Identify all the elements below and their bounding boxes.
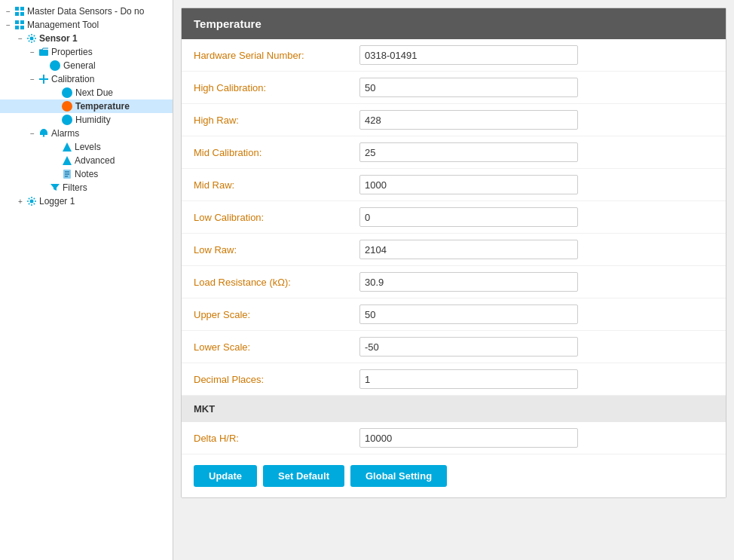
advanced-label: Advanced (75, 155, 115, 166)
input-high-raw[interactable] (359, 110, 578, 130)
cross-icon (38, 74, 49, 84)
mkt-title: MKT (194, 403, 215, 415)
label-hardware-serial: Hardware Serial Number: (194, 50, 359, 61)
label-upper-scale: Upper Scale: (194, 309, 359, 320)
svg-rect-4 (15, 20, 19, 24)
button-row: UpdateSet DefaultGlobal Setting (182, 454, 726, 497)
sidebar-item-next-due[interactable]: Next Due (0, 86, 173, 99)
expand-icon-mgmt[interactable]: − (3, 20, 14, 30)
label-decimal-places: Decimal Places: (194, 374, 359, 385)
grid-icon-mgmt (14, 20, 25, 30)
input-delta-hr[interactable] (359, 428, 578, 448)
management-tool-label: Management Tool (27, 20, 99, 30)
filters-label: Filters (63, 182, 87, 193)
input-load-resistance[interactable] (359, 272, 578, 292)
svg-rect-1 (20, 7, 24, 11)
sidebar-item-filters[interactable]: Filters (0, 181, 173, 194)
expand-icon[interactable]: − (3, 6, 14, 17)
circle-icon-humidity (62, 115, 72, 125)
levels-label: Levels (75, 142, 101, 152)
svg-rect-6 (15, 26, 19, 29)
label-low-calibration: Low Calibration: (194, 212, 359, 223)
temperature-panel: Temperature Hardware Serial Number:High … (181, 8, 726, 498)
input-mid-raw[interactable] (359, 175, 578, 194)
sensor1-label: Sensor 1 (39, 33, 78, 44)
sidebar-item-general[interactable]: General (0, 59, 173, 72)
label-mid-raw: Mid Raw: (194, 179, 359, 191)
label-high-calibration: High Calibration: (194, 82, 359, 93)
svg-point-20 (30, 200, 34, 203)
sidebar-item-sensor1[interactable]: − Sensor 1 (0, 32, 173, 45)
form-row-high-raw: High Raw: (182, 104, 726, 136)
panel-header: Temperature (182, 8, 726, 39)
mkt-fields-container: Delta H/R: (182, 422, 726, 454)
input-low-calibration[interactable] (359, 207, 578, 227)
levels-icon (62, 142, 72, 152)
folder-icon (38, 47, 49, 57)
form-row-low-raw: Low Raw: (182, 234, 726, 266)
form-row-load-resistance: Load Resistance (kΩ): (182, 266, 726, 298)
sidebar-item-levels[interactable]: Levels (0, 140, 173, 154)
input-hardware-serial[interactable] (359, 45, 578, 65)
svg-rect-0 (15, 7, 19, 11)
form-row-delta-hr: Delta H/R: (182, 422, 726, 454)
sidebar-item-calibration[interactable]: − Calibration (0, 72, 173, 86)
alarms-label: Alarms (51, 128, 79, 139)
advanced-icon (62, 155, 72, 166)
svg-rect-2 (15, 12, 19, 16)
sidebar: − Master Data Sensors - Do no − Manageme… (0, 0, 173, 560)
filter-icon (50, 182, 60, 193)
svg-rect-3 (20, 12, 24, 16)
form-row-hardware-serial: Hardware Serial Number: (182, 39, 726, 72)
sidebar-item-temperature[interactable]: Temperature (0, 99, 173, 113)
expand-icon-sensor1[interactable]: − (15, 33, 26, 44)
sidebar-item-advanced[interactable]: Advanced (0, 154, 173, 167)
sidebar-item-properties[interactable]: − Properties (0, 45, 173, 59)
fields-container: Hardware Serial Number:High Calibration:… (182, 39, 726, 396)
input-high-calibration[interactable] (359, 78, 578, 97)
expand-icon-alarms[interactable]: − (27, 128, 38, 139)
input-decimal-places[interactable] (359, 369, 578, 389)
calibration-label: Calibration (51, 74, 94, 84)
sidebar-item-humidity[interactable]: Humidity (0, 113, 173, 127)
svg-point-8 (30, 37, 34, 41)
svg-rect-9 (39, 50, 48, 56)
input-lower-scale[interactable] (359, 337, 578, 357)
gear-icon-logger1 (26, 196, 37, 207)
expand-icon-props[interactable]: − (27, 47, 38, 57)
sidebar-item-notes[interactable]: Notes (0, 167, 173, 181)
sidebar-item-logger1[interactable]: + Logger 1 (0, 194, 173, 208)
sidebar-item-master-data[interactable]: − Master Data Sensors - Do no (0, 5, 173, 18)
label-delta-hr: Delta H/R: (194, 433, 359, 444)
circle-icon-next-due (62, 87, 72, 98)
notes-label: Notes (75, 169, 98, 179)
input-upper-scale[interactable] (359, 304, 578, 324)
form-row-high-calibration: High Calibration: (182, 72, 726, 104)
input-mid-calibration[interactable] (359, 142, 578, 162)
note-icon (62, 169, 72, 179)
label-low-raw: Low Raw: (194, 244, 359, 256)
input-low-raw[interactable] (359, 240, 578, 259)
svg-marker-14 (63, 142, 72, 151)
svg-rect-7 (20, 26, 24, 29)
sidebar-item-alarms[interactable]: − Alarms (0, 127, 173, 140)
panel-title: Temperature (194, 17, 261, 30)
sidebar-item-management-tool[interactable]: − Management Tool (0, 18, 173, 32)
properties-label: Properties (51, 47, 93, 57)
form-row-lower-scale: Lower Scale: (182, 331, 726, 363)
grid-icon (14, 6, 25, 17)
logger1-label: Logger 1 (39, 196, 75, 207)
form-row-upper-scale: Upper Scale: (182, 298, 726, 331)
next-due-label: Next Due (75, 87, 113, 98)
expand-icon-calib[interactable]: − (27, 74, 38, 84)
global-setting-button[interactable]: Global Setting (350, 465, 447, 487)
expand-icon-logger1[interactable]: + (15, 196, 26, 207)
general-label: General (63, 60, 96, 71)
form-row-mid-raw: Mid Raw: (182, 169, 726, 201)
master-data-label: Master Data Sensors - Do no (27, 6, 144, 17)
svg-marker-15 (63, 156, 72, 165)
set-default-button[interactable]: Set Default (263, 465, 344, 487)
label-mid-calibration: Mid Calibration: (194, 147, 359, 158)
update-button[interactable]: Update (194, 465, 257, 487)
temperature-label: Temperature (75, 101, 130, 112)
